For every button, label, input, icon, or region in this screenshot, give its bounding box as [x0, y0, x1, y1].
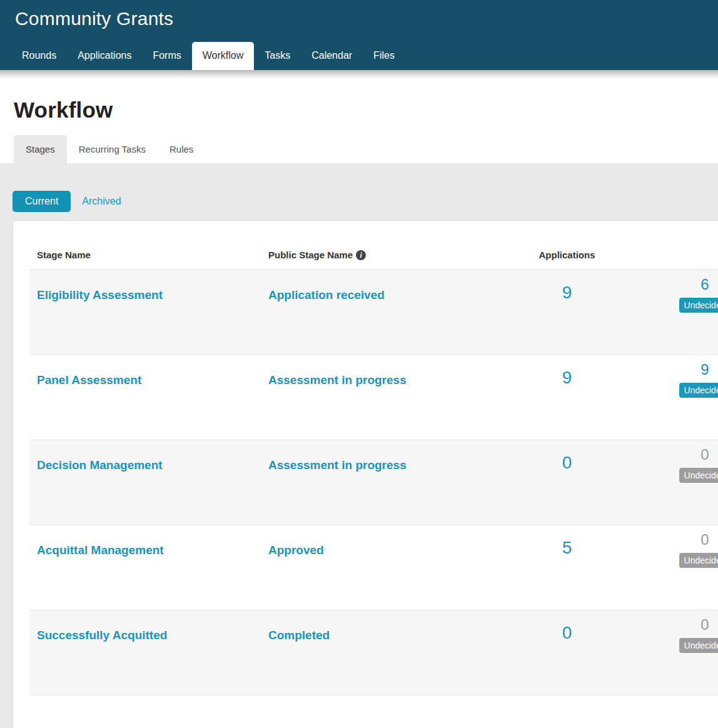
stage-name-link[interactable]: Decision Management [37, 458, 163, 472]
undecided-badge: Undecided [679, 298, 718, 313]
filter-row: Current Archived [0, 163, 718, 212]
table-header: Stage Name Public Stage Name Application… [29, 250, 718, 270]
app-header: Community Grants Rounds Applications For… [0, 0, 718, 70]
tab-recurring-tasks[interactable]: Recurring Tasks [67, 135, 158, 163]
undecided-count: 0 [700, 531, 709, 549]
undecided-summary: 0 Undecided [677, 610, 718, 653]
nav-item-tasks[interactable]: Tasks [254, 42, 301, 70]
nav-item-files[interactable]: Files [363, 42, 405, 70]
header-shadow [0, 70, 718, 79]
undecided-count: 9 [700, 361, 709, 378]
undecided-summary: 0 Undecided [677, 525, 718, 568]
undecided-count: 0 [700, 616, 709, 634]
public-stage-name-link[interactable]: Completed [268, 629, 330, 642]
applications-count-link[interactable]: 5 [562, 538, 572, 557]
undecided-count: 6 [700, 276, 709, 293]
stages-panel: Current Archived Stage Name Public Stage… [0, 163, 718, 728]
undecided-summary: 9 Undecided [677, 355, 718, 398]
table-row: Acquittal Management Approved 5 0 Undeci… [29, 525, 718, 610]
nav-item-rounds[interactable]: Rounds [11, 42, 67, 70]
column-header-public-stage-name: Public Stage Name [268, 250, 537, 260]
main-nav: Rounds Applications Forms Workflow Tasks… [11, 42, 405, 70]
table-row: Successfully Acquitted Completed 0 0 Und… [29, 610, 718, 695]
column-header-public-stage-name-label: Public Stage Name [268, 250, 353, 260]
page-title: Workflow [14, 98, 718, 123]
undecided-badge: Undecided [679, 553, 718, 568]
current-filter-button[interactable]: Current [13, 191, 71, 212]
nav-item-workflow[interactable]: Workflow [192, 42, 255, 70]
tabstrip: Stages Recurring Tasks Rules [0, 135, 718, 163]
table-row: Panel Assessment Assessment in progress … [29, 355, 718, 440]
public-stage-name-link[interactable]: Approved [268, 543, 324, 557]
undecided-count: 0 [700, 446, 709, 463]
undecided-badge: Undecided [679, 383, 718, 398]
info-icon[interactable] [356, 250, 366, 260]
app-title: Community Grants [0, 0, 718, 29]
table-row: Decision Management Assessment in progre… [29, 440, 718, 525]
tab-rules[interactable]: Rules [158, 135, 205, 163]
nav-item-forms[interactable]: Forms [142, 42, 191, 70]
stages-card: Stage Name Public Stage Name Application… [13, 220, 718, 728]
tab-stages[interactable]: Stages [14, 135, 67, 163]
archived-filter-link[interactable]: Archived [82, 196, 121, 207]
public-stage-name-link[interactable]: Application received [268, 288, 385, 301]
column-header-stage-name: Stage Name [37, 250, 268, 260]
stage-name-link[interactable]: Acquittal Management [37, 543, 164, 557]
stage-name-link[interactable]: Panel Assessment [37, 373, 141, 387]
public-stage-name-link[interactable]: Assessment in progress [268, 458, 407, 472]
applications-count-link[interactable]: 0 [562, 453, 572, 472]
column-header-applications: Applications [537, 250, 597, 260]
undecided-badge: Undecided [679, 638, 718, 653]
public-stage-name-link[interactable]: Assessment in progress [268, 373, 407, 387]
applications-count-link[interactable]: 0 [562, 623, 572, 642]
nav-item-calendar[interactable]: Calendar [301, 42, 363, 70]
undecided-badge: Undecided [679, 468, 718, 483]
column-header-spacer [597, 250, 718, 260]
applications-count-link[interactable]: 9 [562, 283, 572, 302]
applications-count-link[interactable]: 9 [562, 368, 572, 387]
stage-name-link[interactable]: Eligibility Assessment [37, 288, 163, 301]
table-row: Eligibility Assessment Application recei… [29, 270, 718, 355]
undecided-summary: 6 Undecided [677, 270, 718, 313]
undecided-summary: 0 Undecided [677, 440, 718, 483]
nav-item-applications[interactable]: Applications [67, 42, 142, 70]
stage-name-link[interactable]: Successfully Acquitted [37, 629, 167, 642]
